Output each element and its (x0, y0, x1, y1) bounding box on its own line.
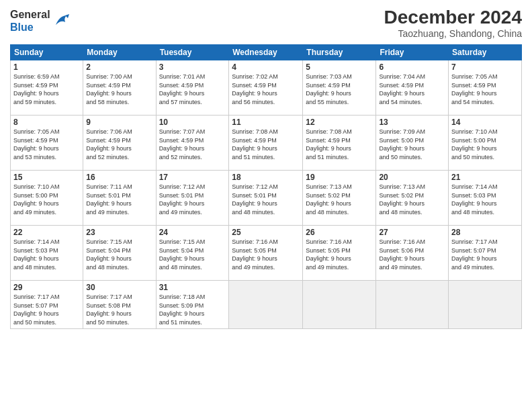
day-number: 7 (451, 62, 519, 72)
table-row: 12Sunrise: 7:08 AMSunset: 4:59 PMDayligh… (303, 116, 376, 171)
day-info: Sunrise: 7:17 AMSunset: 5:07 PMDaylight:… (451, 238, 519, 271)
day-number: 12 (306, 118, 373, 127)
day-info: Sunrise: 6:59 AMSunset: 4:59 PMDaylight:… (13, 73, 80, 106)
day-number: 21 (451, 173, 519, 182)
header-wednesday: Wednesday (229, 45, 303, 60)
table-row: 19Sunrise: 7:13 AMSunset: 5:02 PMDayligh… (303, 171, 376, 226)
day-info: Sunrise: 7:13 AMSunset: 5:02 PMDaylight:… (379, 183, 445, 216)
table-row: 2Sunrise: 7:00 AMSunset: 4:59 PMDaylight… (83, 60, 156, 116)
table-row: 5Sunrise: 7:03 AMSunset: 4:59 PMDaylight… (303, 60, 376, 116)
day-info: Sunrise: 7:15 AMSunset: 5:04 PMDaylight:… (159, 238, 226, 271)
header-sunday: Sunday (11, 45, 83, 60)
day-number: 18 (232, 173, 300, 182)
day-number: 5 (306, 62, 373, 72)
day-number: 29 (13, 283, 80, 292)
day-info: Sunrise: 7:16 AMSunset: 5:05 PMDaylight:… (306, 238, 373, 271)
day-info: Sunrise: 7:09 AMSunset: 5:00 PMDaylight:… (379, 128, 445, 161)
table-row: 21Sunrise: 7:14 AMSunset: 5:03 PMDayligh… (449, 171, 522, 226)
header: General Blue December 2024 Taozhuang, Sh… (10, 7, 522, 39)
day-info: Sunrise: 7:17 AMSunset: 5:07 PMDaylight:… (13, 293, 80, 326)
day-info: Sunrise: 7:16 AMSunset: 5:05 PMDaylight:… (232, 238, 300, 271)
table-row: 16Sunrise: 7:11 AMSunset: 5:01 PMDayligh… (83, 171, 156, 226)
day-number: 20 (379, 173, 445, 182)
table-row: 1Sunrise: 6:59 AMSunset: 4:59 PMDaylight… (11, 60, 83, 116)
table-row: 4Sunrise: 7:02 AMSunset: 4:59 PMDaylight… (229, 60, 303, 116)
day-info: Sunrise: 7:17 AMSunset: 5:08 PMDaylight:… (86, 293, 152, 326)
day-number: 13 (379, 118, 445, 127)
month-title: December 2024 (384, 7, 522, 28)
table-row: 9Sunrise: 7:06 AMSunset: 4:59 PMDaylight… (83, 116, 156, 171)
day-number: 2 (86, 62, 152, 72)
day-number: 31 (159, 283, 226, 292)
table-row: 17Sunrise: 7:12 AMSunset: 5:01 PMDayligh… (156, 171, 229, 226)
table-row: 23Sunrise: 7:15 AMSunset: 5:04 PMDayligh… (83, 226, 156, 281)
day-info: Sunrise: 7:02 AMSunset: 4:59 PMDaylight:… (232, 73, 300, 106)
weekday-header-row: Sunday Monday Tuesday Wednesday Thursday… (11, 45, 522, 60)
table-row (303, 281, 376, 329)
table-row: 22Sunrise: 7:14 AMSunset: 5:03 PMDayligh… (11, 226, 83, 281)
day-info: Sunrise: 7:14 AMSunset: 5:03 PMDaylight:… (13, 238, 80, 271)
day-number: 6 (379, 62, 445, 72)
day-info: Sunrise: 7:12 AMSunset: 5:01 PMDaylight:… (232, 183, 300, 216)
day-info: Sunrise: 7:07 AMSunset: 4:59 PMDaylight:… (159, 128, 226, 161)
day-info: Sunrise: 7:06 AMSunset: 4:59 PMDaylight:… (86, 128, 152, 161)
logo-line2: Blue (10, 21, 50, 34)
calendar-week-row: 8Sunrise: 7:05 AMSunset: 4:59 PMDaylight… (11, 116, 522, 171)
logo: General Blue (10, 7, 69, 34)
title-block: December 2024 Taozhuang, Shandong, China (384, 7, 522, 39)
table-row: 15Sunrise: 7:10 AMSunset: 5:00 PMDayligh… (11, 171, 83, 226)
table-row: 30Sunrise: 7:17 AMSunset: 5:08 PMDayligh… (83, 281, 156, 329)
table-row: 20Sunrise: 7:13 AMSunset: 5:02 PMDayligh… (376, 171, 449, 226)
table-row: 24Sunrise: 7:15 AMSunset: 5:04 PMDayligh… (156, 226, 229, 281)
calendar-week-row: 15Sunrise: 7:10 AMSunset: 5:00 PMDayligh… (11, 171, 522, 226)
day-number: 14 (451, 118, 519, 127)
day-info: Sunrise: 7:18 AMSunset: 5:09 PMDaylight:… (159, 293, 226, 326)
day-info: Sunrise: 7:04 AMSunset: 4:59 PMDaylight:… (379, 73, 445, 106)
table-row (229, 281, 303, 329)
table-row: 3Sunrise: 7:01 AMSunset: 4:59 PMDaylight… (156, 60, 229, 116)
day-info: Sunrise: 7:03 AMSunset: 4:59 PMDaylight:… (306, 73, 373, 106)
table-row: 26Sunrise: 7:16 AMSunset: 5:05 PMDayligh… (303, 226, 376, 281)
day-number: 1 (13, 62, 80, 72)
table-row: 6Sunrise: 7:04 AMSunset: 4:59 PMDaylight… (376, 60, 449, 116)
calendar-week-row: 29Sunrise: 7:17 AMSunset: 5:07 PMDayligh… (11, 281, 522, 329)
table-row: 29Sunrise: 7:17 AMSunset: 5:07 PMDayligh… (11, 281, 83, 329)
table-row: 11Sunrise: 7:08 AMSunset: 4:59 PMDayligh… (229, 116, 303, 171)
day-number: 11 (232, 118, 300, 127)
day-info: Sunrise: 7:05 AMSunset: 4:59 PMDaylight:… (13, 128, 80, 161)
day-info: Sunrise: 7:01 AMSunset: 4:59 PMDaylight:… (159, 73, 226, 106)
table-row: 27Sunrise: 7:16 AMSunset: 5:06 PMDayligh… (376, 226, 449, 281)
day-info: Sunrise: 7:00 AMSunset: 4:59 PMDaylight:… (86, 73, 152, 106)
day-number: 19 (306, 173, 373, 182)
day-number: 30 (86, 283, 152, 292)
day-number: 24 (159, 228, 226, 237)
day-number: 8 (13, 118, 80, 127)
header-saturday: Saturday (449, 45, 522, 60)
day-number: 10 (159, 118, 226, 127)
table-row: 14Sunrise: 7:10 AMSunset: 5:00 PMDayligh… (449, 116, 522, 171)
day-number: 15 (13, 173, 80, 182)
table-row: 31Sunrise: 7:18 AMSunset: 5:09 PMDayligh… (156, 281, 229, 329)
page-container: General Blue December 2024 Taozhuang, Sh… (0, 0, 532, 411)
calendar-week-row: 22Sunrise: 7:14 AMSunset: 5:03 PMDayligh… (11, 226, 522, 281)
table-row: 10Sunrise: 7:07 AMSunset: 4:59 PMDayligh… (156, 116, 229, 171)
table-row: 8Sunrise: 7:05 AMSunset: 4:59 PMDaylight… (11, 116, 83, 171)
day-number: 27 (379, 228, 445, 237)
header-thursday: Thursday (303, 45, 376, 60)
day-info: Sunrise: 7:08 AMSunset: 4:59 PMDaylight:… (306, 128, 373, 161)
header-tuesday: Tuesday (156, 45, 229, 60)
table-row: 25Sunrise: 7:16 AMSunset: 5:05 PMDayligh… (229, 226, 303, 281)
table-row: 18Sunrise: 7:12 AMSunset: 5:01 PMDayligh… (229, 171, 303, 226)
day-number: 9 (86, 118, 152, 127)
table-row: 13Sunrise: 7:09 AMSunset: 5:00 PMDayligh… (376, 116, 449, 171)
location-subtitle: Taozhuang, Shandong, China (384, 28, 522, 39)
day-info: Sunrise: 7:10 AMSunset: 5:00 PMDaylight:… (451, 128, 519, 161)
day-info: Sunrise: 7:10 AMSunset: 5:00 PMDaylight:… (13, 183, 80, 216)
day-number: 4 (232, 62, 300, 72)
logo-bird-icon (54, 13, 69, 28)
day-number: 16 (86, 173, 152, 182)
day-number: 23 (86, 228, 152, 237)
logo-line1: General (10, 8, 50, 21)
day-info: Sunrise: 7:14 AMSunset: 5:03 PMDaylight:… (451, 183, 519, 216)
day-number: 3 (159, 62, 226, 72)
